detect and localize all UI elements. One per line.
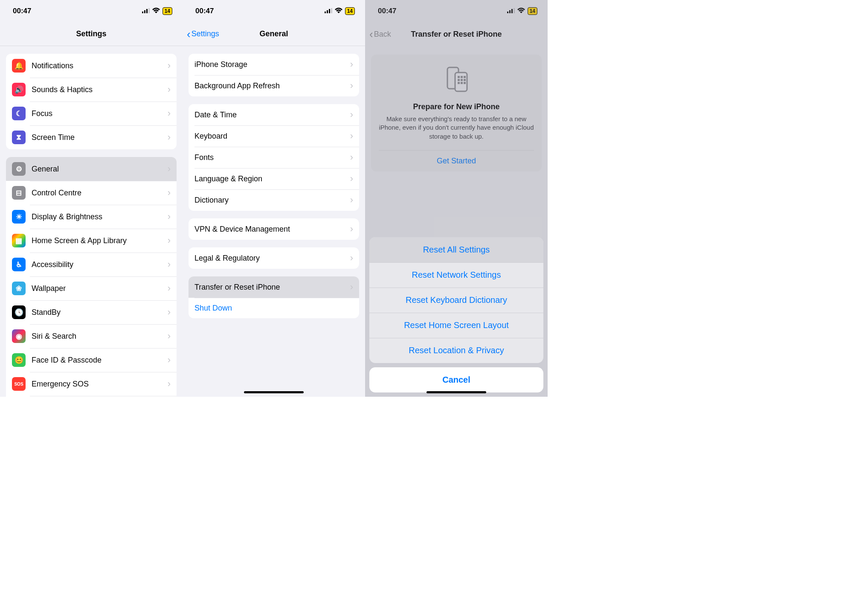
page-title: Settings	[76, 29, 106, 38]
svg-rect-2	[146, 9, 148, 13]
home-indicator[interactable]	[426, 391, 486, 393]
group-vpn: VPN & Device Management›	[189, 218, 359, 240]
row-label: Display & Brightness	[32, 212, 168, 221]
row-label: Background App Refresh	[194, 81, 350, 90]
row-label: Emergency SOS	[32, 380, 168, 389]
group-legal: Legal & Regulatory›	[189, 247, 359, 269]
row-dictionary[interactable]: Dictionary›	[189, 189, 359, 211]
page-title: General	[259, 29, 288, 38]
chevron-right-icon: ›	[350, 173, 353, 184]
settings-group-general: ⚙General›⊟Control Centre›☀Display & Brig…	[6, 157, 177, 397]
row-legal-regulatory[interactable]: Legal & Regulatory›	[189, 247, 359, 269]
row-label: Date & Time	[194, 110, 350, 119]
row-label: Language & Region	[194, 174, 350, 183]
settings-row-notifications[interactable]: 🔔Notifications›	[6, 54, 177, 78]
chevron-right-icon: ›	[168, 108, 171, 119]
settings-row-wallpaper[interactable]: ❀Wallpaper›	[6, 276, 177, 300]
chevron-right-icon: ›	[168, 187, 171, 198]
battery-indicator: 14	[345, 7, 355, 15]
settings-row-face-id-passcode[interactable]: 😊Face ID & Passcode›	[6, 348, 177, 372]
chevron-right-icon: ›	[168, 235, 171, 246]
row-label: StandBy	[32, 308, 168, 317]
status-right: 14	[142, 7, 172, 15]
settings-row-exposure-notifications[interactable]: ❋Exposure Notifications›	[6, 396, 177, 397]
chevron-right-icon: ›	[168, 163, 171, 174]
sheet-cancel-button[interactable]: Cancel	[369, 367, 543, 392]
settings-content[interactable]: 🔔Notifications›🔊Sounds & Haptics›☾Focus›…	[0, 46, 183, 397]
row-iphone-storage[interactable]: iPhone Storage›	[189, 54, 359, 75]
row-date-time[interactable]: Date & Time›	[189, 104, 359, 125]
battery-indicator: 14	[162, 7, 172, 15]
row-label: Face ID & Passcode	[32, 356, 168, 365]
sheet-option-reset-network-settings[interactable]: Reset Network Settings	[369, 262, 543, 288]
svg-rect-6	[329, 9, 330, 13]
settings-row-standby[interactable]: 🕓StandBy›	[6, 300, 177, 324]
general-content[interactable]: iPhone Storage›Background App Refresh› D…	[183, 46, 365, 397]
row-vpn-device-management[interactable]: VPN & Device Management›	[189, 218, 359, 240]
group-reset: Transfer or Reset iPhone›Shut Down	[189, 276, 359, 318]
row-icon: 🕓	[12, 305, 26, 319]
svg-rect-5	[327, 10, 328, 13]
row-label: Legal & Regulatory	[194, 254, 350, 263]
row-label: Dictionary	[194, 196, 350, 205]
chevron-right-icon: ›	[350, 80, 353, 91]
chevron-right-icon: ›	[350, 195, 353, 206]
sheet-option-reset-all-settings[interactable]: Reset All Settings	[369, 237, 543, 262]
chevron-right-icon: ›	[168, 378, 171, 389]
row-label: iPhone Storage	[194, 60, 350, 69]
row-keyboard[interactable]: Keyboard›	[189, 125, 359, 147]
nav-bar: Settings	[0, 22, 183, 46]
cellular-icon	[142, 7, 150, 15]
row-language-region[interactable]: Language & Region›	[189, 168, 359, 189]
chevron-right-icon: ›	[350, 282, 353, 293]
row-background-app-refresh[interactable]: Background App Refresh›	[189, 75, 359, 96]
settings-row-display-brightness[interactable]: ☀Display & Brightness›	[6, 205, 177, 229]
settings-row-focus[interactable]: ☾Focus›	[6, 102, 177, 125]
settings-row-sounds-haptics[interactable]: 🔊Sounds & Haptics›	[6, 78, 177, 102]
screen-transfer-reset: 00:47 14 ‹ Back Transfer or Reset iPhone…	[365, 0, 548, 397]
row-icon: ❀	[12, 282, 26, 295]
row-fonts[interactable]: Fonts›	[189, 147, 359, 168]
row-label: Notifications	[32, 61, 168, 70]
home-indicator[interactable]	[244, 391, 304, 393]
chevron-right-icon: ›	[350, 224, 353, 235]
settings-row-screen-time[interactable]: ⧗Screen Time›	[6, 125, 177, 149]
settings-row-control-centre[interactable]: ⊟Control Centre›	[6, 181, 177, 205]
chevron-left-icon: ‹	[187, 29, 191, 40]
wifi-icon	[152, 7, 160, 15]
row-label: VPN & Device Management	[194, 225, 350, 234]
row-label: General	[32, 165, 168, 174]
row-icon: 🔔	[12, 59, 26, 73]
row-label: Siri & Search	[32, 332, 168, 341]
settings-row-general[interactable]: ⚙General›	[6, 157, 177, 181]
chevron-right-icon: ›	[350, 59, 353, 70]
row-label: Control Centre	[32, 189, 168, 198]
row-icon: 🔊	[12, 83, 26, 96]
row-shut-down[interactable]: Shut Down	[189, 298, 359, 318]
chevron-right-icon: ›	[350, 109, 353, 120]
back-button[interactable]: ‹ Settings	[187, 22, 219, 46]
chevron-right-icon: ›	[168, 132, 171, 143]
settings-row-siri-search[interactable]: ◉Siri & Search›	[6, 324, 177, 348]
sheet-option-reset-keyboard-dictionary[interactable]: Reset Keyboard Dictionary	[369, 288, 543, 313]
group-storage: iPhone Storage›Background App Refresh›	[189, 54, 359, 96]
svg-rect-3	[148, 8, 150, 13]
sheet-option-reset-location-privacy[interactable]: Reset Location & Privacy	[369, 338, 543, 363]
row-icon: ⧗	[12, 131, 26, 144]
row-label: Transfer or Reset iPhone	[194, 283, 350, 292]
settings-row-accessibility[interactable]: ♿︎Accessibility›	[6, 253, 177, 276]
chevron-right-icon: ›	[168, 354, 171, 366]
settings-group-notifications: 🔔Notifications›🔊Sounds & Haptics›☾Focus›…	[6, 54, 177, 149]
row-transfer-or-reset-iphone[interactable]: Transfer or Reset iPhone›	[189, 276, 359, 298]
row-label: Keyboard	[194, 132, 350, 141]
sheet-option-reset-home-screen-layout[interactable]: Reset Home Screen Layout	[369, 313, 543, 338]
row-label: Sounds & Haptics	[32, 85, 168, 94]
settings-row-home-screen-app-library[interactable]: ▦Home Screen & App Library›	[6, 229, 177, 253]
row-label: Home Screen & App Library	[32, 236, 168, 245]
row-icon: 😊	[12, 353, 26, 367]
group-datetime: Date & Time›Keyboard›Fonts›Language & Re…	[189, 104, 359, 211]
chevron-right-icon: ›	[168, 60, 171, 71]
chevron-right-icon: ›	[168, 307, 171, 318]
row-label: Accessibility	[32, 260, 168, 269]
settings-row-emergency-sos[interactable]: SOSEmergency SOS›	[6, 372, 177, 396]
